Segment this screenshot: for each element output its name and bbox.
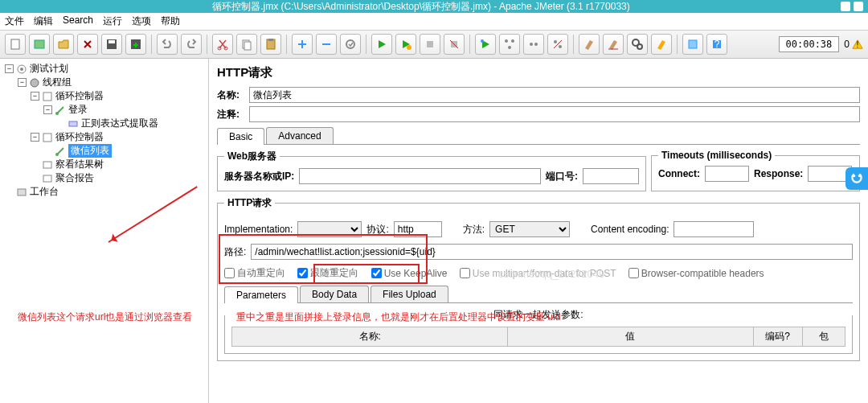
col-value: 值	[508, 327, 753, 347]
auto-redirect-checkbox[interactable]: 自动重定向	[224, 266, 285, 280]
comment-input[interactable]	[249, 106, 860, 122]
svg-rect-25	[689, 40, 697, 48]
remote-stop-button[interactable]	[523, 34, 544, 55]
start-no-timers-button[interactable]	[395, 34, 416, 55]
svg-point-15	[481, 39, 484, 43]
clear-all-button[interactable]	[603, 34, 624, 55]
menu-search[interactable]: Search	[63, 14, 93, 28]
tree-test-plan[interactable]: 测试计划	[30, 62, 68, 76]
server-input[interactable]	[299, 168, 541, 184]
toggle-button[interactable]	[340, 34, 361, 55]
cut-button[interactable]	[212, 34, 233, 55]
http-legend: HTTP请求	[224, 196, 275, 210]
browser-compat-checkbox[interactable]: Browser-compatible headers	[628, 268, 764, 279]
remote-shutdown-button[interactable]	[547, 34, 568, 55]
start-button[interactable]	[371, 34, 392, 55]
tree-loop-2[interactable]: 循环控制器	[55, 130, 104, 144]
tree-loop-1[interactable]: 循环控制器	[55, 89, 104, 103]
tab-parameters[interactable]: Parameters	[224, 286, 298, 303]
col-encode: 编码?	[753, 327, 802, 347]
path-input[interactable]	[251, 244, 853, 260]
svg-rect-3	[108, 40, 115, 43]
name-input[interactable]	[249, 87, 860, 103]
method-label: 方法:	[463, 223, 485, 236]
stop-button[interactable]	[420, 34, 440, 55]
save-button[interactable]	[101, 34, 122, 55]
menu-bar: 文件 编辑 Search 运行 选项 帮助	[0, 13, 868, 31]
tab-basic[interactable]: Basic	[217, 128, 264, 145]
panel-title: HTTP请求	[217, 65, 860, 80]
testplan-icon	[16, 64, 27, 75]
collapse-button[interactable]	[316, 34, 337, 55]
copy-button[interactable]	[236, 34, 257, 55]
tab-advanced[interactable]: Advanced	[266, 127, 333, 144]
tree-aggregate[interactable]: 聚合报告	[55, 171, 94, 185]
new-button[interactable]	[5, 34, 26, 55]
svg-point-22	[559, 45, 562, 48]
menu-help[interactable]: 帮助	[161, 14, 180, 28]
tab-body-data[interactable]: Body Data	[300, 286, 369, 302]
maximize-icon[interactable]	[854, 2, 863, 11]
twisty-icon[interactable]: −	[18, 78, 27, 87]
extractor-icon	[68, 118, 79, 130]
tree-regex[interactable]: 正则表达式提取器	[81, 117, 158, 130]
side-float-icon[interactable]	[845, 167, 868, 190]
col-name: 名称:	[232, 327, 508, 347]
config-tabs: Basic Advanced	[217, 127, 860, 145]
svg-point-30	[20, 68, 23, 71]
follow-redirect-checkbox[interactable]: 跟随重定向	[297, 266, 358, 280]
twisty-icon[interactable]: −	[43, 105, 52, 114]
reset-search-button[interactable]	[651, 34, 672, 55]
port-input[interactable]	[583, 168, 639, 184]
twisty-icon[interactable]: −	[5, 64, 14, 73]
menu-run[interactable]: 运行	[103, 14, 122, 28]
remote-start-button[interactable]	[475, 34, 496, 55]
protocol-input[interactable]	[394, 221, 442, 237]
save-as-button[interactable]	[125, 34, 146, 55]
tree-login[interactable]: 登录	[68, 103, 88, 117]
search-button[interactable]	[627, 34, 648, 55]
svg-rect-13	[427, 41, 433, 47]
paste-button[interactable]	[260, 34, 281, 55]
multipart-checkbox[interactable]: Use multipart/form-data for POST	[460, 268, 616, 279]
svg-point-33	[55, 112, 59, 115]
undo-button[interactable]	[157, 34, 178, 55]
toolbar: ? 00:00:38 0 !	[0, 31, 868, 59]
redo-button[interactable]	[181, 34, 202, 55]
menu-edit[interactable]: 编辑	[34, 14, 53, 28]
svg-rect-8	[244, 42, 251, 50]
expand-button[interactable]	[292, 34, 313, 55]
tree-thread-group[interactable]: 线程组	[43, 76, 72, 89]
method-select[interactable]: GET	[489, 221, 570, 237]
params-table[interactable]: 名称: 值 编码? 包	[231, 327, 845, 347]
webserver-legend: Web服务器	[224, 150, 280, 163]
open-button[interactable]	[53, 34, 74, 55]
tree-results[interactable]: 察看结果树	[55, 158, 104, 171]
minimize-icon[interactable]	[841, 2, 850, 11]
tab-files-upload[interactable]: Files Upload	[371, 286, 448, 302]
twisty-icon[interactable]: −	[31, 133, 39, 142]
keepalive-checkbox[interactable]: Use KeepAlive	[371, 268, 448, 279]
svg-point-24	[637, 44, 642, 49]
svg-rect-34	[69, 121, 77, 126]
twisty-icon[interactable]: −	[31, 92, 39, 101]
close-button[interactable]	[77, 34, 98, 55]
encoding-input[interactable]	[674, 221, 754, 237]
loop-icon	[42, 91, 53, 102]
impl-select[interactable]	[297, 221, 362, 237]
tree-wechat[interactable]: 微信列表	[68, 144, 112, 158]
connect-input[interactable]	[705, 166, 749, 182]
test-plan-tree[interactable]: −测试计划 −线程组 −循环控制器 −登录 正则表达式提取器 −循环控制器 微信…	[0, 59, 209, 403]
warning-icon: !	[852, 39, 863, 50]
clear-button[interactable]	[579, 34, 600, 55]
menu-options[interactable]: 选项	[132, 14, 151, 28]
svg-point-18	[508, 46, 511, 49]
help-button[interactable]: ?	[706, 34, 727, 55]
server-label: 服务器名称或IP:	[224, 170, 294, 183]
function-helper-button[interactable]	[682, 34, 703, 55]
templates-button[interactable]	[29, 34, 50, 55]
remote-start-all-button[interactable]	[499, 34, 520, 55]
menu-file[interactable]: 文件	[5, 14, 24, 28]
shutdown-button[interactable]	[444, 34, 465, 55]
tree-workbench[interactable]: 工作台	[30, 185, 59, 199]
